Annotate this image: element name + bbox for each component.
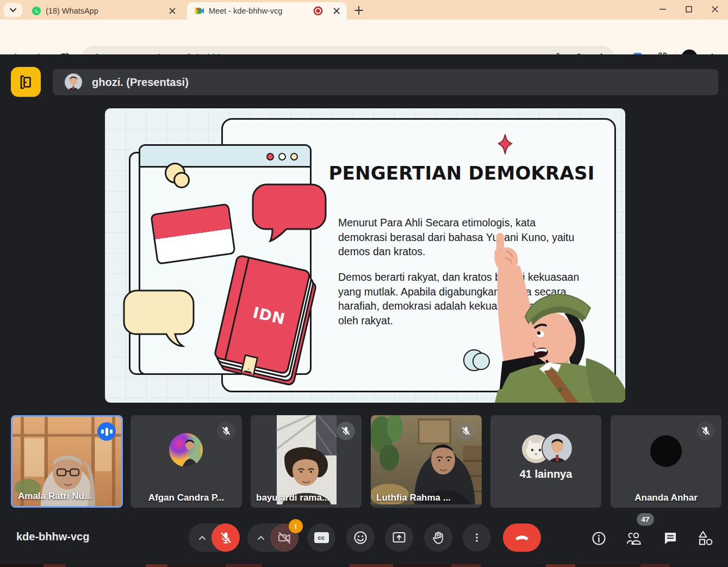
- camera-alert-badge: !: [289, 519, 303, 533]
- new-tab-button[interactable]: [352, 4, 365, 17]
- window-maximize-button[interactable]: [676, 0, 702, 19]
- camera-toggle-button[interactable]: !: [270, 523, 298, 552]
- tab-whatsapp-label: (18) WhatsApp: [46, 7, 162, 15]
- meeting-details-button[interactable]: [590, 530, 607, 546]
- participant-avatar: [543, 434, 572, 463]
- mic-off-icon: [457, 422, 475, 440]
- captions-icon: cc: [314, 532, 329, 543]
- end-call-icon: [514, 531, 530, 545]
- participants-button[interactable]: [626, 530, 642, 546]
- speaking-indicator: [97, 422, 116, 441]
- mic-off-icon: [696, 422, 715, 440]
- participant-name: Amala Ratri Nu...: [18, 491, 92, 502]
- camera-options-chevron[interactable]: [251, 523, 271, 552]
- presentation-slide: PENGERTIAN DEMOKRASI Menurut Para Ahli S…: [105, 108, 625, 403]
- chevron-down-icon: [9, 8, 17, 13]
- window-controls: [650, 0, 728, 20]
- people-icon: [626, 531, 642, 546]
- overflow-participants-tile[interactable]: 41 lainnya: [490, 415, 601, 508]
- yellow-speech-bubble-graphic: [123, 289, 197, 353]
- window-dot-white: [278, 153, 286, 161]
- participant-name: Luthfia Rahma ...: [376, 492, 451, 503]
- red-speech-bubble-graphic: [252, 183, 329, 250]
- window-minimize-button[interactable]: [650, 0, 676, 19]
- mic-options-chevron[interactable]: [192, 523, 213, 552]
- minimize-icon: [659, 5, 667, 13]
- window-close-button[interactable]: [702, 0, 728, 19]
- close-icon: [711, 5, 719, 13]
- overflow-count-label: 41 lainnya: [490, 468, 601, 480]
- presenter-name: ghozi. (Presentasi): [92, 76, 189, 89]
- door-extension-button[interactable]: [11, 67, 41, 97]
- book-title: IDN: [241, 301, 298, 331]
- participant-tile[interactable]: Luthfia Rahma ...: [371, 415, 482, 508]
- sparkle-icon: [494, 133, 517, 156]
- activities-shapes-icon: [698, 531, 714, 546]
- meet-page: ghozi. (Presentasi) PENGERTIAN DEMOKRASI…: [0, 54, 728, 567]
- participant-tile[interactable]: Amala Ratri Nu...: [11, 415, 123, 508]
- activities-button[interactable]: [698, 530, 714, 546]
- pointing-man-illustration: [478, 232, 625, 403]
- participant-avatar: [169, 433, 203, 467]
- mic-control-group: [189, 523, 240, 552]
- participant-avatar: [650, 435, 682, 467]
- present-screen-button[interactable]: [385, 523, 413, 552]
- chevron-up-icon: [198, 535, 206, 540]
- emoji-smile-icon: [353, 531, 368, 545]
- more-options-button[interactable]: [463, 523, 491, 552]
- mic-off-icon: [219, 531, 232, 544]
- info-icon: [592, 531, 606, 546]
- participant-name: Afgan Candra P...: [130, 492, 242, 503]
- taskbar-sliver: [0, 564, 728, 567]
- mic-off-icon: [337, 422, 355, 440]
- camera-off-icon: [277, 531, 291, 545]
- pin-circle-graphic: [173, 172, 190, 188]
- presenter-banner[interactable]: ghozi. (Presentasi): [53, 69, 718, 95]
- tab-whatsapp[interactable]: (18) WhatsApp: [24, 2, 183, 20]
- raise-hand-button[interactable]: [424, 523, 452, 552]
- mic-off-icon: [217, 422, 235, 440]
- whatsapp-icon: [32, 6, 41, 16]
- chat-button[interactable]: [662, 530, 679, 546]
- present-screen-icon: [392, 531, 406, 545]
- participant-name: bayu ardi rama...: [256, 492, 329, 503]
- browser-toolbar: meet.google.com/kde-bhhw-vcg G: [0, 20, 728, 54]
- indonesia-flag-graphic: [150, 203, 236, 264]
- browser-window: (18) WhatsApp Meet - kde-bhhw-vcg: [0, 0, 728, 567]
- tab-meet-close-icon[interactable]: [332, 6, 341, 16]
- tab-strip: (18) WhatsApp Meet - kde-bhhw-vcg: [0, 0, 728, 20]
- tab-meet-label: Meet - kde-bhhw-vcg: [209, 7, 313, 15]
- chevron-up-icon: [257, 535, 265, 540]
- participant-tile[interactable]: Afgan Candra P...: [130, 415, 242, 508]
- window-dot-red: [266, 153, 274, 161]
- tab-whatsapp-close-icon[interactable]: [167, 6, 177, 16]
- open-door-icon: [18, 74, 34, 90]
- google-meet-icon: [195, 6, 204, 16]
- plus-icon: [354, 6, 363, 15]
- captions-button[interactable]: cc: [307, 523, 335, 552]
- tab-meet[interactable]: Meet - kde-bhhw-vcg: [187, 2, 347, 20]
- participant-tile[interactable]: bayu ardi rama...: [251, 415, 362, 508]
- participant-count-badge: 47: [637, 513, 654, 526]
- camera-control-group: !: [247, 523, 298, 552]
- window-dot-cream: [290, 153, 298, 161]
- tab-search-button[interactable]: [4, 3, 22, 17]
- mic-mute-button[interactable]: [211, 523, 240, 552]
- presenter-avatar: [65, 73, 82, 91]
- slide-card-header: [140, 146, 310, 168]
- slide-title: PENGERTIAN DEMOKRASI: [322, 162, 601, 184]
- book-graphic: IDN: [218, 258, 316, 384]
- raise-hand-icon: [431, 531, 445, 545]
- reactions-button[interactable]: [346, 523, 375, 552]
- participant-tile[interactable]: Ananda Anhar: [611, 415, 721, 508]
- participant-name: Ananda Anhar: [611, 492, 721, 503]
- recording-indicator-icon: [313, 6, 323, 16]
- chat-icon: [663, 531, 678, 546]
- maximize-icon: [685, 5, 693, 13]
- meeting-code: kde-bhhw-vcg: [16, 531, 89, 543]
- more-vertical-icon: [472, 533, 482, 543]
- end-call-button[interactable]: [503, 523, 541, 552]
